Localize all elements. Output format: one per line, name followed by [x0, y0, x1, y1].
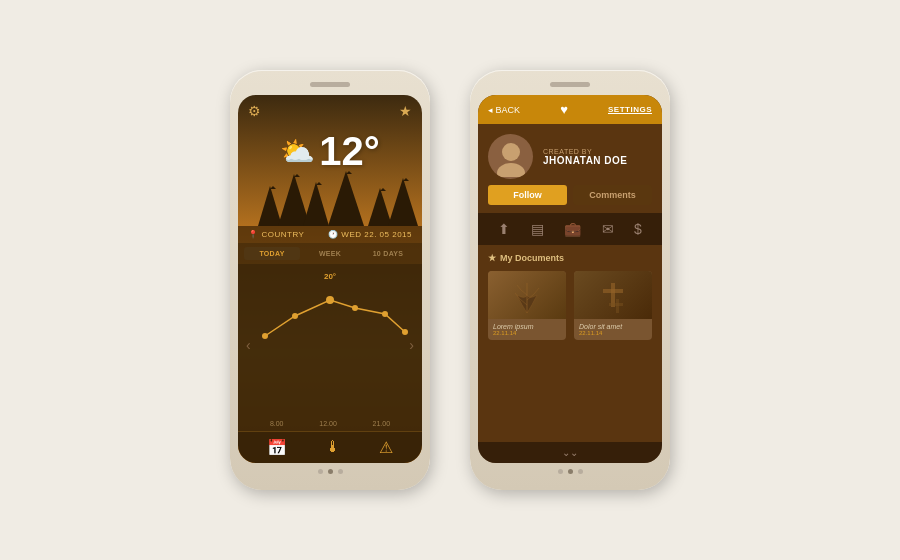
- doc-card-2[interactable]: Dolor sit amet 22.11.14: [574, 271, 652, 340]
- documents-title: ★ My Documents: [488, 253, 652, 263]
- chevron-down-icon[interactable]: ⌄⌄: [562, 447, 578, 458]
- follow-button[interactable]: Follow: [488, 185, 567, 205]
- weather-hero: ⛅ 12°: [238, 123, 422, 171]
- location-text: 📍 COUNTRY: [248, 230, 304, 239]
- settings-link[interactable]: SETTINGS: [608, 105, 652, 114]
- profile-info: CREATED BY JHONATAN DOE: [478, 124, 662, 185]
- avatar: [488, 134, 533, 179]
- created-by-label: CREATED BY: [543, 148, 628, 155]
- doc-thumb-svg-2: [593, 275, 633, 315]
- comments-button[interactable]: Comments: [573, 185, 652, 205]
- upload-icon[interactable]: ⬆: [498, 221, 510, 237]
- dot-2: [328, 469, 333, 474]
- doc-thumb-1: [488, 271, 566, 319]
- tab-week[interactable]: WEEK: [302, 247, 358, 260]
- gear-icon[interactable]: ⚙: [248, 103, 264, 119]
- alert-icon[interactable]: ⚠: [379, 438, 393, 457]
- temperature-display: 12°: [319, 131, 380, 171]
- heart-icon[interactable]: ♥: [560, 102, 568, 117]
- briefcase-icon[interactable]: 💼: [564, 221, 581, 237]
- weather-bottom-bar: 📅 🌡 ⚠: [238, 431, 422, 463]
- email-icon[interactable]: ✉: [602, 221, 614, 237]
- svg-point-6: [502, 143, 520, 161]
- doc-info-1: Lorem ipsum 22.11.14: [488, 319, 566, 340]
- svg-point-7: [497, 163, 525, 177]
- dot-1: [318, 469, 323, 474]
- date-text: 🕐 WED 22. 05 2015: [328, 230, 412, 239]
- profile-bottom: ⌄⌄: [478, 442, 662, 463]
- svg-rect-12: [609, 303, 623, 306]
- tab-today[interactable]: TODAY: [244, 247, 300, 260]
- dollar-icon[interactable]: $: [634, 221, 642, 237]
- docs-star-icon: ★: [488, 253, 496, 263]
- profile-header: ◂ BACK ♥ SETTINGS: [478, 95, 662, 124]
- chart-time-labels: 8.00 12.00 21.00: [244, 418, 416, 427]
- doc-date-1: 22.11.14: [493, 330, 561, 336]
- profile-app-screen: ◂ BACK ♥ SETTINGS CREATED BY JHONATAN DO…: [478, 95, 662, 463]
- profile-text: CREATED BY JHONATAN DOE: [543, 148, 628, 166]
- chart-svg-area: 20° ‹ ›: [244, 272, 416, 418]
- svg-point-3: [352, 305, 358, 311]
- doc-date-2: 22.11.14: [579, 330, 647, 336]
- weather-chart: 20° ‹ ›: [238, 264, 422, 431]
- chart-prev-arrow[interactable]: ‹: [246, 337, 251, 353]
- dot-3: [338, 469, 343, 474]
- back-button[interactable]: ◂ BACK: [488, 105, 520, 115]
- calendar-icon[interactable]: 📅: [267, 438, 287, 457]
- doc-title-1: Lorem ipsum: [493, 323, 561, 330]
- doc-info-2: Dolor sit amet 22.11.14: [574, 319, 652, 340]
- profile-icons-row: ⬆ ▤ 💼 ✉ $: [478, 213, 662, 245]
- phone-speaker-2: [550, 82, 590, 87]
- phone-speaker-1: [310, 82, 350, 87]
- weather-tabs: TODAY WEEK 10 DAYS: [238, 243, 422, 264]
- weather-top-bar: ⚙ ★: [238, 95, 422, 123]
- doc-thumb-2: [574, 271, 652, 319]
- weather-screen: ⚙ ★ ⛅ 12° 📍 COUNTRY: [238, 95, 422, 463]
- svg-point-5: [402, 329, 408, 335]
- dot-1: [558, 469, 563, 474]
- location-bar: 📍 COUNTRY 🕐 WED 22. 05 2015: [238, 226, 422, 243]
- documents-grid: Lorem ipsum 22.11.14: [488, 271, 652, 340]
- time-label-2: 12.00: [319, 420, 337, 427]
- thermometer-icon[interactable]: 🌡: [325, 438, 341, 457]
- phone-dots-1: [238, 463, 422, 478]
- cloud-icon: ⛅: [280, 135, 315, 168]
- profile-name: JHONATAN DOE: [543, 155, 628, 166]
- star-icon[interactable]: ★: [399, 103, 412, 119]
- time-label-1: 8.00: [270, 420, 284, 427]
- profile-screen: ◂ BACK ♥ SETTINGS CREATED BY JHONATAN DO…: [478, 95, 662, 463]
- svg-point-1: [292, 313, 298, 319]
- doc-thumb-svg-1: [507, 275, 547, 315]
- doc-title-2: Dolor sit amet: [579, 323, 647, 330]
- trees-silhouette: [238, 171, 422, 226]
- time-label-3: 21.00: [373, 420, 391, 427]
- phone-2: ◂ BACK ♥ SETTINGS CREATED BY JHONATAN DO…: [470, 70, 670, 490]
- profile-actions: Follow Comments: [478, 185, 662, 213]
- phone-1: ⚙ ★ ⛅ 12° 📍 COUNTRY: [230, 70, 430, 490]
- chart-next-arrow[interactable]: ›: [409, 337, 414, 353]
- svg-point-2: [326, 296, 334, 304]
- dot-2: [568, 469, 573, 474]
- weather-app-screen: ⚙ ★ ⛅ 12° 📍 COUNTRY: [238, 95, 422, 463]
- chart-peak-label: 20°: [324, 272, 336, 281]
- tree-6: [388, 178, 418, 226]
- tab-10days[interactable]: 10 DAYS: [360, 247, 416, 260]
- doc-card-1[interactable]: Lorem ipsum 22.11.14: [488, 271, 566, 340]
- phone-dots-2: [478, 463, 662, 478]
- tree-3: [303, 182, 329, 226]
- dot-3: [578, 469, 583, 474]
- svg-point-4: [382, 311, 388, 317]
- document-icon[interactable]: ▤: [531, 221, 544, 237]
- avatar-svg: [491, 137, 531, 177]
- tree-4: [328, 171, 364, 226]
- my-documents: ★ My Documents: [478, 245, 662, 442]
- chart-nav-arrows: ‹ ›: [244, 337, 416, 353]
- svg-rect-10: [603, 289, 623, 293]
